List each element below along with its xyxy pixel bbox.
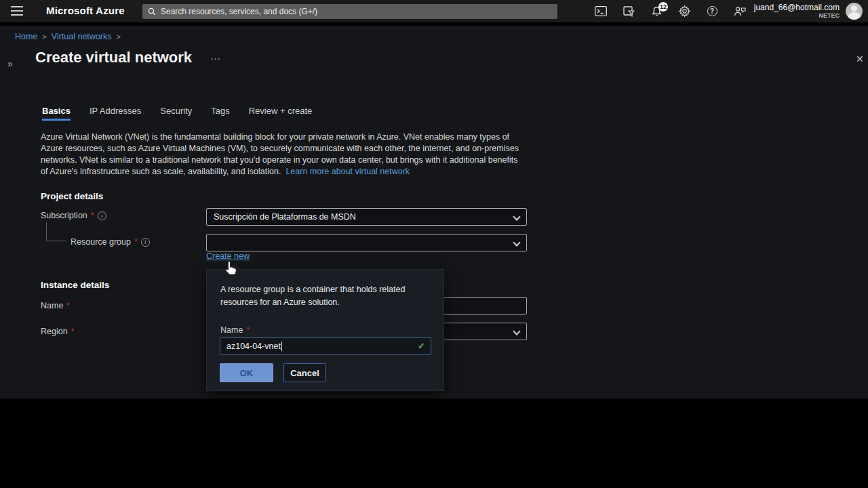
vnet-description-text: Azure Virtual Network (VNet) is the fund… — [41, 132, 519, 176]
tab-basics[interactable]: Basics — [42, 106, 71, 121]
close-blade-icon[interactable]: ✕ — [856, 54, 864, 64]
cancel-button[interactable]: Cancel — [283, 363, 326, 382]
popup-name-label: Name * — [220, 325, 250, 335]
azure-portal-screen: Microsoft Azure 12 ? — [0, 0, 868, 488]
breadcrumb-home-link[interactable]: Home — [15, 32, 37, 41]
tab-tags[interactable]: Tags — [211, 106, 229, 121]
subscription-dropdown[interactable]: Suscripción de Plataformas de MSDN — [206, 208, 527, 226]
wizard-tabs: Basics IP Addresses Security Tags Review… — [42, 106, 312, 121]
directory-filter-icon[interactable] — [623, 5, 635, 18]
tab-review-create[interactable]: Review + create — [249, 106, 313, 121]
breadcrumb: Home > Virtual networks > — [15, 32, 121, 41]
tab-ip-addresses[interactable]: IP Addresses — [90, 106, 141, 121]
subscription-value: Suscripción de Plataformas de MSDN — [214, 212, 356, 222]
subscription-info-icon[interactable]: i — [98, 211, 106, 220]
search-icon — [148, 7, 156, 16]
required-marker: * — [91, 211, 94, 220]
resource-group-name-value: az104-04-vnet — [226, 342, 281, 351]
user-avatar[interactable] — [846, 3, 863, 20]
help-icon[interactable]: ? — [706, 5, 718, 18]
create-new-resource-group-link[interactable]: Create new — [206, 251, 250, 261]
hamburger-menu-icon[interactable] — [11, 6, 23, 16]
required-marker: * — [71, 327, 75, 336]
vnet-name-label: Name * — [41, 301, 70, 310]
settings-gear-icon[interactable] — [678, 5, 690, 18]
resource-group-name-input[interactable]: az104-04-vnet ✓ — [220, 337, 431, 355]
tab-security[interactable]: Security — [160, 106, 192, 121]
ok-button[interactable]: OK — [220, 363, 273, 382]
expand-sidebar-icon[interactable]: » — [7, 58, 13, 69]
region-label: Region * — [41, 327, 75, 336]
resource-group-description: A resource group is a container that hol… — [220, 283, 427, 309]
text-caret — [281, 342, 282, 351]
azure-logo[interactable]: Microsoft Azure — [46, 5, 125, 16]
breadcrumb-separator: > — [42, 33, 46, 41]
global-search[interactable] — [142, 4, 557, 19]
chevron-down-icon — [513, 239, 520, 246]
user-email: juand_66@hotmail.com — [754, 3, 840, 12]
account-menu[interactable]: juand_66@hotmail.com NETEC — [754, 3, 840, 20]
learn-more-link[interactable]: Learn more about virtual network — [285, 167, 410, 176]
create-resource-group-popup: A resource group is a container that hol… — [206, 269, 444, 391]
required-marker: * — [134, 237, 138, 247]
topbar-icon-group: 12 ? — [595, 0, 746, 22]
title-context-menu-icon[interactable]: ⋯ — [210, 53, 221, 65]
required-marker: * — [246, 325, 250, 335]
vnet-description: Azure Virtual Network (VNet) is the fund… — [41, 131, 521, 178]
resource-group-info-icon[interactable]: i — [141, 238, 150, 247]
breadcrumb-separator: > — [116, 33, 120, 41]
resource-group-dropdown[interactable] — [206, 234, 527, 251]
project-details-heading: Project details — [41, 191, 103, 201]
cloud-shell-icon[interactable] — [595, 5, 607, 18]
top-bar: Microsoft Azure 12 ? — [0, 0, 868, 22]
resource-group-label: Resource group * i — [71, 237, 150, 247]
page-title: Create virtual network — [35, 49, 192, 66]
breadcrumb-virtual-networks-link[interactable]: Virtual networks — [52, 32, 112, 41]
notifications-bell-icon[interactable]: 12 — [650, 5, 663, 18]
valid-check-icon: ✓ — [418, 341, 425, 351]
feedback-icon[interactable] — [734, 5, 746, 18]
indent-connector — [46, 222, 66, 241]
required-marker: * — [66, 301, 70, 310]
user-tenant: NETEC — [754, 12, 840, 20]
subscription-label: Subscription * i — [41, 211, 106, 220]
instance-details-heading: Instance details — [41, 280, 109, 290]
chevron-down-icon — [513, 213, 520, 220]
chevron-down-icon — [513, 327, 520, 335]
notification-count-badge: 12 — [658, 2, 668, 12]
search-input[interactable] — [161, 7, 552, 16]
